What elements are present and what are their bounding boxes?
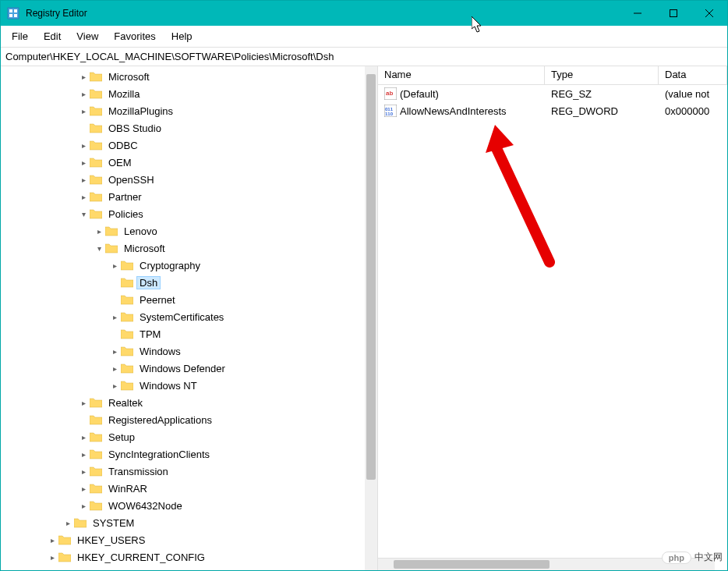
menu-help[interactable]: Help bbox=[164, 27, 200, 45]
value-hscroll-thumb[interactable] bbox=[394, 560, 550, 569]
tree-item[interactable]: ▸Realtek bbox=[1, 394, 377, 411]
tree-item-label: Windows Defender bbox=[136, 362, 228, 375]
folder-icon bbox=[121, 294, 133, 305]
chevron-right-icon[interactable]: ▸ bbox=[77, 176, 90, 184]
tree-item[interactable]: ▸OEM bbox=[1, 154, 377, 171]
tree-item[interactable]: ▸Setup bbox=[1, 428, 377, 445]
chevron-right-icon[interactable]: ▸ bbox=[108, 364, 121, 373]
svg-rect-4 bbox=[14, 14, 17, 17]
tree-item[interactable]: ▸Lenovo bbox=[1, 222, 377, 239]
tree-item-label: SystemCertificates bbox=[136, 310, 227, 324]
chevron-right-icon[interactable]: ▸ bbox=[77, 90, 90, 98]
tree-item[interactable]: Dsh bbox=[1, 274, 377, 291]
minimize-button[interactable] bbox=[620, 1, 656, 26]
tree-item[interactable]: ▸WOW6432Node bbox=[1, 497, 377, 514]
tree-item[interactable]: ▾Policies bbox=[1, 205, 377, 222]
tree-item[interactable]: ▾Microsoft bbox=[1, 239, 377, 257]
tree-item[interactable]: ▸Cryptography bbox=[1, 257, 377, 274]
tree-item[interactable]: ▸Windows bbox=[1, 342, 377, 360]
menu-edit[interactable]: Edit bbox=[36, 27, 69, 45]
value-row[interactable]: (Default)REG_SZ(value not bbox=[378, 85, 727, 102]
tree-item[interactable]: OBS Studio bbox=[1, 119, 377, 137]
chevron-down-icon[interactable]: ▾ bbox=[93, 244, 105, 253]
tree-item-label: OpenSSH bbox=[105, 173, 157, 186]
menu-file[interactable]: File bbox=[4, 27, 36, 45]
value-name: AllowNewsAndInterests bbox=[400, 105, 507, 117]
maximize-button[interactable] bbox=[656, 1, 691, 26]
folder-icon bbox=[90, 157, 102, 168]
value-hscrollbar[interactable] bbox=[378, 558, 715, 570]
chevron-right-icon[interactable]: ▸ bbox=[77, 484, 90, 493]
chevron-right-icon[interactable]: ▸ bbox=[77, 450, 90, 459]
tree-item[interactable]: TPM bbox=[1, 325, 377, 342]
tree-item-label: Windows NT bbox=[136, 379, 200, 392]
chevron-right-icon[interactable]: ▸ bbox=[77, 107, 90, 115]
chevron-right-icon[interactable]: ▸ bbox=[77, 467, 90, 476]
chevron-right-icon[interactable]: ▸ bbox=[77, 73, 90, 81]
chevron-right-icon[interactable]: ▸ bbox=[108, 261, 121, 270]
chevron-right-icon[interactable]: ▸ bbox=[46, 536, 58, 544]
value-name: (Default) bbox=[400, 88, 439, 100]
menu-view[interactable]: View bbox=[69, 27, 106, 45]
tree-item-label: Cryptography bbox=[136, 259, 203, 272]
address-bar[interactable]: Computer\HKEY_LOCAL_MACHINE\SOFTWARE\Pol… bbox=[1, 48, 727, 66]
tree-scrollbar[interactable] bbox=[365, 66, 377, 570]
tree-item[interactable]: ▸WinRAR bbox=[1, 480, 377, 497]
chevron-down-icon[interactable]: ▾ bbox=[77, 210, 90, 218]
tree-item[interactable]: RegisteredApplications bbox=[1, 411, 377, 428]
tree-item[interactable]: ▸Microsoft bbox=[1, 68, 377, 85]
chevron-right-icon[interactable]: ▸ bbox=[46, 553, 58, 562]
tree-item-label: RegisteredApplications bbox=[105, 413, 215, 427]
col-header-name[interactable]: Name bbox=[378, 66, 545, 84]
chevron-right-icon[interactable]: ▸ bbox=[77, 433, 90, 442]
chevron-right-icon[interactable]: ▸ bbox=[108, 313, 121, 321]
tree-item[interactable]: ▸SyncIntegrationClients bbox=[1, 445, 377, 463]
chevron-right-icon[interactable]: ▸ bbox=[62, 519, 74, 527]
tree-item[interactable]: ▸Transmission bbox=[1, 463, 377, 480]
chevron-right-icon[interactable]: ▸ bbox=[77, 158, 90, 167]
titlebar[interactable]: Registry Editor bbox=[1, 1, 727, 26]
col-header-data[interactable]: Data bbox=[659, 66, 727, 84]
chevron-right-icon[interactable]: ▸ bbox=[77, 193, 90, 201]
tree-item[interactable]: ▸SYSTEM bbox=[1, 514, 377, 531]
folder-icon bbox=[58, 551, 71, 562]
tree-item[interactable]: ▸HKEY_USERS bbox=[1, 531, 377, 548]
tree-item[interactable]: ▸HKEY_CURRENT_CONFIG bbox=[1, 548, 377, 566]
tree-item-label: Lenovo bbox=[121, 225, 161, 238]
tree-item[interactable]: Peernet bbox=[1, 291, 377, 308]
chevron-right-icon[interactable]: ▸ bbox=[77, 141, 90, 150]
tree-item[interactable]: ▸Windows Defender bbox=[1, 360, 377, 377]
chevron-right-icon[interactable]: ▸ bbox=[108, 347, 121, 356]
tree-item[interactable]: ▸Partner bbox=[1, 188, 377, 205]
tree-item[interactable]: ▸MozillaPlugins bbox=[1, 102, 377, 119]
tree-item[interactable]: ▸OpenSSH bbox=[1, 171, 377, 188]
tree-scroll-thumb[interactable] bbox=[366, 74, 376, 480]
value-row[interactable]: AllowNewsAndInterestsREG_DWORD0x000000 bbox=[378, 102, 727, 119]
tree-item-label: Setup bbox=[105, 431, 138, 444]
tree-item[interactable]: ▸Mozilla bbox=[1, 85, 377, 102]
svg-rect-6 bbox=[670, 10, 677, 17]
tree-item-label: Peernet bbox=[136, 293, 178, 307]
tree-item[interactable]: ▸ODBC bbox=[1, 137, 377, 154]
address-text: Computer\HKEY_LOCAL_MACHINE\SOFTWARE\Pol… bbox=[5, 51, 334, 62]
value-pane[interactable]: Name Type Data (Default)REG_SZ(value not… bbox=[378, 66, 727, 570]
tree-item[interactable]: ▸Windows NT bbox=[1, 377, 377, 394]
col-header-type[interactable]: Type bbox=[545, 66, 659, 84]
tree-item-label: Microsoft bbox=[121, 242, 168, 255]
tree-item-label: SyncIntegrationClients bbox=[105, 448, 213, 461]
tree-item-label: WOW6432Node bbox=[105, 499, 186, 512]
tree-pane[interactable]: ▸Microsoft▸Mozilla▸MozillaPluginsOBS Stu… bbox=[1, 66, 378, 570]
chevron-right-icon[interactable]: ▸ bbox=[108, 381, 121, 390]
folder-icon bbox=[90, 88, 102, 99]
menu-favorites[interactable]: Favorites bbox=[106, 27, 163, 45]
folder-icon bbox=[90, 122, 102, 133]
folder-icon bbox=[121, 328, 133, 339]
tree-item-label: Transmission bbox=[105, 465, 171, 478]
chevron-right-icon[interactable]: ▸ bbox=[77, 502, 90, 510]
tree-item[interactable]: ▸SystemCertificates bbox=[1, 308, 377, 325]
chevron-right-icon[interactable]: ▸ bbox=[77, 399, 90, 407]
close-button[interactable] bbox=[691, 1, 727, 26]
chevron-right-icon[interactable]: ▸ bbox=[93, 227, 105, 236]
regedit-icon bbox=[7, 7, 19, 20]
tree-item-label: Mozilla bbox=[105, 87, 143, 101]
